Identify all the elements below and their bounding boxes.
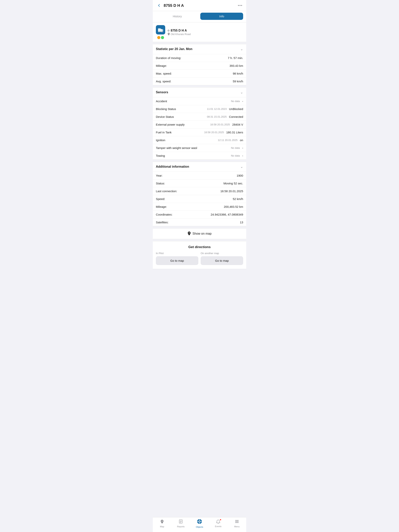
nav-label-map: Map: [160, 525, 164, 528]
status-dots: [157, 36, 164, 39]
sensor-row-ignition: Ignition 12:11 20.01.2025 on: [153, 136, 246, 144]
tab-info[interactable]: Info: [200, 13, 243, 20]
get-directions-title: Get directions: [156, 245, 243, 249]
show-on-map-button[interactable]: Show on map: [153, 228, 246, 239]
svg-point-15: [199, 521, 200, 522]
additional-info-rows: Year: 1900 Status: Moving 52 sec. Last c…: [153, 171, 246, 226]
sensor-row-accident: Accident No data -: [153, 97, 246, 105]
stat-row-max-speed: Max. speed: 98 km/h: [153, 70, 246, 77]
statistics-chevron: ⌄: [240, 47, 243, 51]
show-on-map-label: Show on map: [193, 232, 212, 235]
info-row-speed: Speed: 52 km/h: [153, 195, 246, 203]
sensor-row-tamper: Tamper with weight sensor wasl No data -: [153, 144, 246, 152]
info-row-status: Status: Moving 52 sec.: [153, 179, 246, 187]
sensor-row-fuel: Fuel in Tank 16:58 20.01.2025 180.31 Lit…: [153, 128, 246, 136]
sensor-rows: Accident No data - Blocking Status 11:01…: [153, 97, 246, 159]
sensor-row-blocking: Blocking Status 11:01 12.01.2023 UnBlock…: [153, 105, 246, 113]
events-icon-wrap: [216, 519, 220, 525]
back-button[interactable]: [156, 2, 162, 9]
more-button[interactable]: [237, 2, 243, 9]
svg-rect-20: [235, 520, 239, 521]
svg-rect-21: [235, 521, 239, 522]
objects-icon: [197, 519, 202, 525]
info-row-satellites: Satellites: 13: [153, 218, 246, 226]
svg-rect-4: [158, 28, 161, 30]
info-row-mileage: Mileage: 200,483.52 km: [153, 203, 246, 210]
menu-icon: [235, 519, 239, 525]
sensor-row-power: External power supply 16:58 20.01.2025 2…: [153, 120, 246, 128]
additional-info-header[interactable]: Additional information ⌄: [153, 162, 246, 171]
additional-info-title: Additional information: [156, 165, 189, 168]
svg-rect-22: [235, 522, 239, 523]
stat-row-duration: Duration of moving: 7 h. 57 min.: [153, 54, 246, 62]
go-to-map-other-button[interactable]: Go to map: [201, 256, 243, 265]
get-directions-section: Get directions In Pilot Go to map On ano…: [153, 241, 246, 269]
stat-row-avg-speed: Avg. speed: 59 km/h: [153, 77, 246, 85]
statistics-rows: Duration of moving: 7 h. 57 min. Mileage…: [153, 54, 246, 85]
svg-point-0: [238, 5, 239, 6]
go-to-map-pilot-button[interactable]: Go to map: [156, 256, 198, 265]
sensors-header[interactable]: Sensors ⌄: [153, 88, 246, 97]
map-icon: [160, 519, 164, 525]
tab-history[interactable]: History: [156, 13, 199, 20]
additional-info-section: Additional information ⌄ Year: 1900 Stat…: [153, 162, 246, 226]
nav-item-events[interactable]: Events: [209, 519, 228, 528]
status-indicator: [167, 30, 169, 32]
nav-item-menu[interactable]: Menu: [228, 519, 246, 528]
sensors-chevron: ⌄: [240, 90, 243, 95]
svg-point-1: [240, 5, 241, 6]
nav-item-objects[interactable]: Objects: [190, 519, 209, 528]
vehicle-info: 8755 D H A Old Khurais Road: [167, 29, 243, 36]
reports-icon: [179, 519, 183, 525]
svg-rect-9: [179, 520, 182, 523]
sensors-section: Sensors ⌄ Accident No data - Blocking St…: [153, 87, 246, 160]
tab-bar: History Info: [153, 11, 246, 22]
sensor-row-device: Device Status 08:31 15.01.2025 Connected: [153, 113, 246, 120]
vehicle-card: 8755 D H A Old Khurais Road: [153, 22, 246, 42]
vehicle-icon: [156, 25, 165, 34]
directions-another-map: On another map Go to map: [201, 252, 243, 265]
nav-label-reports: Reports: [177, 525, 185, 528]
vehicle-name: 8755 D H A: [167, 29, 243, 32]
statistics-section: Statistic per 20 Jan. Mon ⌄ Duration of …: [153, 44, 246, 85]
header: 8755 D H A: [153, 0, 246, 11]
nav-item-reports[interactable]: Reports: [171, 519, 190, 528]
statistics-header[interactable]: Statistic per 20 Jan. Mon ⌄: [153, 44, 246, 54]
directions-in-pilot: In Pilot Go to map: [156, 252, 198, 265]
statistics-title: Statistic per 20 Jan. Mon: [156, 47, 193, 51]
dot-yellow: [157, 36, 160, 39]
svg-point-2: [241, 5, 242, 6]
nav-item-map[interactable]: Map: [153, 519, 171, 528]
directions-row: In Pilot Go to map On another map Go to …: [156, 252, 243, 265]
sensor-row-towing: Towing No data -: [153, 152, 246, 159]
additional-info-chevron: ⌄: [240, 165, 243, 169]
stat-row-mileage: Mileage: 393.43 km: [153, 62, 246, 70]
svg-point-8: [162, 31, 163, 32]
nav-label-objects: Objects: [196, 526, 203, 528]
info-row-last-connection: Last connection: 16:58 20.01.2025: [153, 187, 246, 195]
nav-label-events: Events: [215, 525, 221, 527]
header-title: 8755 D H A: [164, 3, 237, 8]
events-badge: [219, 519, 221, 521]
bottom-nav: Map Reports Objects: [153, 517, 246, 532]
sensors-title: Sensors: [156, 90, 168, 94]
pilot-label: In Pilot: [156, 252, 198, 255]
vehicle-location: Old Khurais Road: [167, 33, 243, 36]
nav-label-menu: Menu: [234, 525, 240, 528]
another-map-label: On another map: [201, 252, 243, 255]
info-row-year: Year: 1900: [153, 171, 246, 179]
info-row-coordinates: Coordinates: 24.9423366, 47.0808349: [153, 210, 246, 218]
dot-green: [161, 36, 164, 39]
svg-rect-7: [162, 29, 163, 31]
